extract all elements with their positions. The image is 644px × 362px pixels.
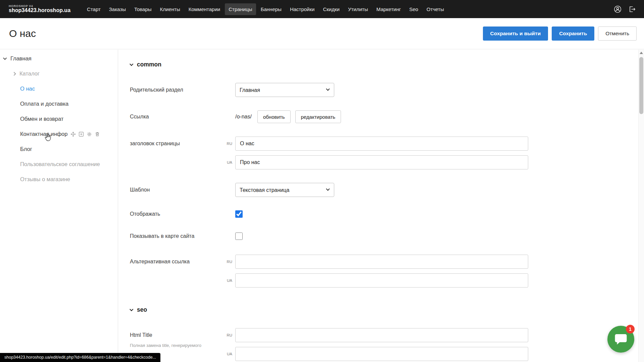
nav-seo[interactable]: Seo <box>405 3 422 15</box>
chat-widget-button[interactable]: 1 <box>607 326 634 353</box>
page-title-ua-input[interactable] <box>235 155 528 169</box>
move-icon[interactable] <box>70 132 76 137</box>
sidebar-item-o-nas[interactable]: О нас <box>0 81 118 96</box>
nav-utilities[interactable]: Утилиты <box>344 3 372 15</box>
tree-item-actions <box>70 132 100 137</box>
lang-inputs: RU UA <box>224 137 528 169</box>
nav-products[interactable]: Товары <box>131 3 155 15</box>
topbar: HOROSHOP V4 shop34423.horoshop.ua Старт … <box>0 0 644 18</box>
sidebar-item-label: Главная <box>10 55 32 62</box>
nav-orders[interactable]: Заказы <box>105 3 130 15</box>
html-title-ru-input[interactable] <box>235 328 528 342</box>
main-nav: Старт Заказы Товары Клиенты Комментарии … <box>83 3 448 15</box>
save-button[interactable]: Сохранить <box>552 27 594 41</box>
nav-banners[interactable]: Баннеры <box>257 3 285 15</box>
input-line-ua: UA <box>224 155 528 169</box>
input-line-ua: UA <box>224 273 528 288</box>
lang-badge-ru: RU <box>224 137 235 151</box>
account-icon[interactable] <box>614 5 622 13</box>
field-label: Ссылка <box>130 114 235 120</box>
template-select[interactable]: Текстовая страница <box>235 183 334 197</box>
lang-inputs: RU UA <box>224 328 528 361</box>
lang-badge-ua: UA <box>224 155 235 169</box>
sidebar-item-katalog[interactable]: Каталог <box>0 66 118 81</box>
input-line-ua: UA <box>224 347 528 361</box>
parent-section-select-wrap: Главная <box>235 83 334 97</box>
html-title-ua-input[interactable] <box>235 347 528 361</box>
sidebar-item-label: Обмен и возврат <box>20 116 63 122</box>
header-buttons: Сохранить и выйти Сохранить Отменить <box>483 27 637 41</box>
link-edit-button[interactable]: редактировать <box>295 110 341 123</box>
sidebar-item-label: О нас <box>20 86 35 92</box>
chat-bubble-icon <box>614 333 627 345</box>
sidebar-item-glavnaya[interactable]: Главная <box>0 51 118 66</box>
trash-icon[interactable] <box>95 132 100 137</box>
sidebar-item-label: Отзывы о магазине <box>20 176 70 183</box>
save-and-exit-button[interactable]: Сохранить и выйти <box>483 27 548 41</box>
cancel-button[interactable]: Отменить <box>598 27 637 41</box>
field-html-title: Html Title Полная замена title, генериру… <box>130 328 638 361</box>
nav-marketing[interactable]: Маркетинг <box>373 3 404 15</box>
page-edit-form: common Родительский раздел Главная Ссылк… <box>118 50 638 362</box>
lang-badge-ru: RU <box>224 328 235 342</box>
sidebar-item-agreement[interactable]: Пользовательское соглашение <box>0 157 118 172</box>
sidebar-item-label: Оплата и доставка <box>20 101 68 107</box>
sidebar-item-label: Каталог <box>19 70 40 77</box>
lang-badge-ua: UA <box>224 347 235 361</box>
admin-screen: HOROSHOP V4 shop34423.horoshop.ua Старт … <box>0 0 644 362</box>
field-alt-link: Альтернативная ссылка RU UA <box>130 255 638 288</box>
nav-reports[interactable]: Отчеты <box>423 3 448 15</box>
input-line-ru: RU <box>224 255 528 269</box>
chevron-down-icon <box>130 307 133 311</box>
link-update-button[interactable]: обновить <box>257 110 291 123</box>
template-select-wrap: Текстовая страница <box>235 183 334 197</box>
section-common[interactable]: common <box>130 61 638 68</box>
section-title: seo <box>137 306 147 313</box>
parent-section-select[interactable]: Главная <box>235 83 334 97</box>
chevron-right-icon[interactable] <box>12 72 16 75</box>
vertical-scrollbar[interactable] <box>638 50 644 362</box>
sidebar-item-blog[interactable]: Блог <box>0 142 118 157</box>
add-subpage-icon[interactable] <box>79 132 84 137</box>
input-line-ru: RU <box>224 137 528 151</box>
nav-pages[interactable]: Страницы <box>225 3 256 15</box>
field-label: Отображать <box>130 211 235 217</box>
chat-unread-badge: 1 <box>626 325 635 333</box>
gear-icon[interactable] <box>87 132 92 137</box>
sidebar-item-reviews[interactable]: Отзывы о магазине <box>0 172 118 187</box>
field-sitemap: Показывать в карте сайта <box>130 232 638 240</box>
brand[interactable]: HOROSHOP V4 shop34423.horoshop.ua <box>9 5 70 13</box>
sidebar-item-kontaktnaya[interactable]: Контактная инфор <box>0 126 118 142</box>
alt-link-ru-input[interactable] <box>235 255 528 269</box>
section-seo[interactable]: seo <box>130 306 638 313</box>
nav-clients[interactable]: Клиенты <box>156 3 184 15</box>
logout-icon[interactable] <box>628 5 636 13</box>
scrollbar-thumb[interactable] <box>639 57 643 114</box>
display-checkbox[interactable] <box>235 210 243 218</box>
chevron-down-icon[interactable] <box>3 56 7 60</box>
field-label: Шаблон <box>130 187 235 193</box>
field-display: Отображать <box>130 210 638 218</box>
nav-start[interactable]: Старт <box>83 3 104 15</box>
alt-link-ua-input[interactable] <box>235 273 528 288</box>
page-title-ru-input[interactable] <box>235 137 528 151</box>
chevron-down-icon <box>130 62 133 66</box>
field-label: Альтернативная ссылка <box>130 255 224 269</box>
field-hint: Полная замена title, генерируемого <box>130 343 224 349</box>
field-label: Html Title Полная замена title, генериру… <box>130 328 224 349</box>
field-label: Родительский раздел <box>130 87 235 93</box>
nav-discounts[interactable]: Скидки <box>319 3 343 15</box>
field-template: Шаблон Текстовая страница <box>130 183 638 197</box>
sitemap-checkbox[interactable] <box>235 232 243 240</box>
nav-settings[interactable]: Настройки <box>286 3 318 15</box>
field-label-text: Html Title <box>130 328 224 342</box>
scroll-up-arrow-icon[interactable] <box>640 52 643 54</box>
lang-badge-ru: RU <box>224 255 235 269</box>
topbar-right <box>614 5 636 13</box>
nav-comments[interactable]: Комментарии <box>185 3 224 15</box>
field-page-title: заголовок страницы RU UA <box>130 137 638 169</box>
lang-badge-ua: UA <box>224 273 235 288</box>
sidebar-item-obmen[interactable]: Обмен и возврат <box>0 111 118 126</box>
sidebar-item-label: Контактная инфор <box>20 131 67 137</box>
sidebar-item-oplata[interactable]: Оплата и доставка <box>0 96 118 111</box>
